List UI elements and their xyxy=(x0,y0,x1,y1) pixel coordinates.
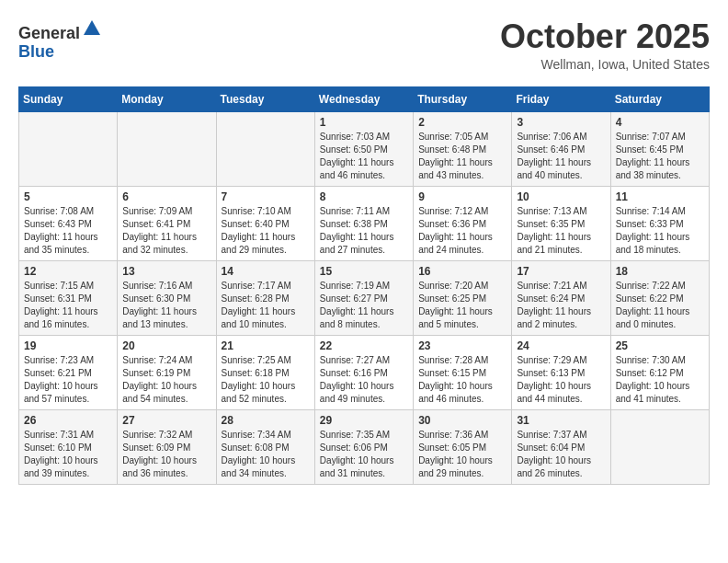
day-number: 12 xyxy=(24,265,112,278)
day-number: 17 xyxy=(517,265,605,278)
calendar-cell: 23Sunrise: 7:28 AM Sunset: 6:15 PM Dayli… xyxy=(414,335,512,409)
day-number: 20 xyxy=(122,339,210,352)
location-text: Wellman, Iowa, United States xyxy=(500,57,710,72)
day-info: Sunrise: 7:36 AM Sunset: 6:05 PM Dayligh… xyxy=(418,429,506,480)
day-info: Sunrise: 7:22 AM Sunset: 6:22 PM Dayligh… xyxy=(616,280,704,331)
calendar-cell: 22Sunrise: 7:27 AM Sunset: 6:16 PM Dayli… xyxy=(314,335,413,409)
day-info: Sunrise: 7:37 AM Sunset: 6:04 PM Dayligh… xyxy=(517,429,605,480)
title-block: October 2025 Wellman, Iowa, United State… xyxy=(500,18,710,72)
day-info: Sunrise: 7:30 AM Sunset: 6:12 PM Dayligh… xyxy=(616,354,704,406)
day-info: Sunrise: 7:19 AM Sunset: 6:27 PM Dayligh… xyxy=(320,280,408,331)
day-number: 23 xyxy=(418,339,506,352)
calendar-cell: 4Sunrise: 7:07 AM Sunset: 6:45 PM Daylig… xyxy=(610,111,709,186)
day-number: 30 xyxy=(418,414,506,427)
calendar-week-5: 26Sunrise: 7:31 AM Sunset: 6:10 PM Dayli… xyxy=(19,409,710,484)
logo-icon xyxy=(82,18,102,39)
day-number: 31 xyxy=(517,414,605,427)
day-info: Sunrise: 7:09 AM Sunset: 6:41 PM Dayligh… xyxy=(122,205,210,257)
day-number: 5 xyxy=(24,190,112,203)
day-number: 9 xyxy=(418,190,506,203)
calendar-cell: 6Sunrise: 7:09 AM Sunset: 6:41 PM Daylig… xyxy=(118,186,216,260)
day-info: Sunrise: 7:11 AM Sunset: 6:38 PM Dayligh… xyxy=(320,205,408,257)
calendar-cell: 16Sunrise: 7:20 AM Sunset: 6:25 PM Dayli… xyxy=(414,260,512,335)
calendar-cell: 18Sunrise: 7:22 AM Sunset: 6:22 PM Dayli… xyxy=(610,260,709,335)
day-number: 16 xyxy=(418,265,506,278)
day-info: Sunrise: 7:12 AM Sunset: 6:36 PM Dayligh… xyxy=(418,205,506,257)
day-number: 27 xyxy=(122,414,210,427)
day-number: 7 xyxy=(222,190,310,203)
weekday-header-saturday: Saturday xyxy=(610,86,709,111)
calendar-cell: 9Sunrise: 7:12 AM Sunset: 6:36 PM Daylig… xyxy=(414,186,512,260)
logo-blue-text: Blue xyxy=(18,42,54,61)
month-title: October 2025 xyxy=(500,18,710,55)
day-number: 14 xyxy=(222,265,310,278)
calendar-cell: 27Sunrise: 7:32 AM Sunset: 6:09 PM Dayli… xyxy=(118,409,216,484)
day-info: Sunrise: 7:14 AM Sunset: 6:33 PM Dayligh… xyxy=(616,205,704,257)
day-number: 3 xyxy=(517,116,605,129)
day-info: Sunrise: 7:21 AM Sunset: 6:24 PM Dayligh… xyxy=(517,280,605,331)
calendar-week-1: 1Sunrise: 7:03 AM Sunset: 6:50 PM Daylig… xyxy=(19,111,710,186)
day-info: Sunrise: 7:25 AM Sunset: 6:18 PM Dayligh… xyxy=(222,354,310,406)
day-info: Sunrise: 7:27 AM Sunset: 6:16 PM Dayligh… xyxy=(320,354,408,406)
day-number: 1 xyxy=(320,116,408,129)
calendar-cell: 3Sunrise: 7:06 AM Sunset: 6:46 PM Daylig… xyxy=(512,111,610,186)
calendar-cell: 20Sunrise: 7:24 AM Sunset: 6:19 PM Dayli… xyxy=(118,335,216,409)
day-info: Sunrise: 7:03 AM Sunset: 6:50 PM Dayligh… xyxy=(320,131,408,182)
calendar-cell: 15Sunrise: 7:19 AM Sunset: 6:27 PM Dayli… xyxy=(314,260,413,335)
day-info: Sunrise: 7:31 AM Sunset: 6:10 PM Dayligh… xyxy=(24,429,112,480)
calendar-cell: 31Sunrise: 7:37 AM Sunset: 6:04 PM Dayli… xyxy=(512,409,610,484)
page-header: General Blue October 2025 Wellman, Iowa,… xyxy=(18,18,710,72)
logo-general-text: General xyxy=(18,24,80,42)
calendar-header: SundayMondayTuesdayWednesdayThursdayFrid… xyxy=(19,86,710,111)
day-info: Sunrise: 7:06 AM Sunset: 6:46 PM Dayligh… xyxy=(517,131,605,182)
calendar-cell: 19Sunrise: 7:23 AM Sunset: 6:21 PM Dayli… xyxy=(19,335,118,409)
calendar-week-3: 12Sunrise: 7:15 AM Sunset: 6:31 PM Dayli… xyxy=(19,260,710,335)
calendar-week-2: 5Sunrise: 7:08 AM Sunset: 6:43 PM Daylig… xyxy=(19,186,710,260)
calendar-cell: 28Sunrise: 7:34 AM Sunset: 6:08 PM Dayli… xyxy=(216,409,314,484)
day-number: 22 xyxy=(320,339,408,352)
day-number: 25 xyxy=(616,339,704,352)
day-info: Sunrise: 7:07 AM Sunset: 6:45 PM Dayligh… xyxy=(616,131,704,182)
calendar-cell: 5Sunrise: 7:08 AM Sunset: 6:43 PM Daylig… xyxy=(19,186,118,260)
calendar-cell: 13Sunrise: 7:16 AM Sunset: 6:30 PM Dayli… xyxy=(118,260,216,335)
calendar-cell: 30Sunrise: 7:36 AM Sunset: 6:05 PM Dayli… xyxy=(414,409,512,484)
day-number: 29 xyxy=(320,414,408,427)
day-number: 2 xyxy=(418,116,506,129)
calendar-cell: 12Sunrise: 7:15 AM Sunset: 6:31 PM Dayli… xyxy=(19,260,118,335)
calendar-cell: 21Sunrise: 7:25 AM Sunset: 6:18 PM Dayli… xyxy=(216,335,314,409)
day-number: 28 xyxy=(222,414,310,427)
calendar-cell: 7Sunrise: 7:10 AM Sunset: 6:40 PM Daylig… xyxy=(216,186,314,260)
day-number: 18 xyxy=(616,265,704,278)
day-number: 4 xyxy=(616,116,704,129)
day-info: Sunrise: 7:17 AM Sunset: 6:28 PM Dayligh… xyxy=(222,280,310,331)
weekday-header-tuesday: Tuesday xyxy=(216,86,314,111)
weekday-header-monday: Monday xyxy=(118,86,216,111)
calendar-cell: 1Sunrise: 7:03 AM Sunset: 6:50 PM Daylig… xyxy=(314,111,413,186)
day-number: 26 xyxy=(24,414,112,427)
weekday-header-friday: Friday xyxy=(512,86,610,111)
day-info: Sunrise: 7:35 AM Sunset: 6:06 PM Dayligh… xyxy=(320,429,408,480)
day-info: Sunrise: 7:05 AM Sunset: 6:48 PM Dayligh… xyxy=(418,131,506,182)
day-number: 24 xyxy=(517,339,605,352)
weekday-header-wednesday: Wednesday xyxy=(314,86,413,111)
calendar-cell: 8Sunrise: 7:11 AM Sunset: 6:38 PM Daylig… xyxy=(314,186,413,260)
calendar-cell: 25Sunrise: 7:30 AM Sunset: 6:12 PM Dayli… xyxy=(610,335,709,409)
day-number: 6 xyxy=(122,190,210,203)
day-info: Sunrise: 7:20 AM Sunset: 6:25 PM Dayligh… xyxy=(418,280,506,331)
calendar-cell: 24Sunrise: 7:29 AM Sunset: 6:13 PM Dayli… xyxy=(512,335,610,409)
day-info: Sunrise: 7:29 AM Sunset: 6:13 PM Dayligh… xyxy=(517,354,605,406)
calendar-cell: 2Sunrise: 7:05 AM Sunset: 6:48 PM Daylig… xyxy=(414,111,512,186)
day-number: 19 xyxy=(24,339,112,352)
weekday-header-sunday: Sunday xyxy=(19,86,118,111)
day-info: Sunrise: 7:13 AM Sunset: 6:35 PM Dayligh… xyxy=(517,205,605,257)
day-number: 21 xyxy=(222,339,310,352)
calendar-cell: 29Sunrise: 7:35 AM Sunset: 6:06 PM Dayli… xyxy=(314,409,413,484)
day-info: Sunrise: 7:15 AM Sunset: 6:31 PM Dayligh… xyxy=(24,280,112,331)
calendar-cell: 10Sunrise: 7:13 AM Sunset: 6:35 PM Dayli… xyxy=(512,186,610,260)
calendar-cell xyxy=(610,409,709,484)
weekday-header-thursday: Thursday xyxy=(414,86,512,111)
day-info: Sunrise: 7:23 AM Sunset: 6:21 PM Dayligh… xyxy=(24,354,112,406)
logo: General Blue xyxy=(18,18,102,62)
calendar-cell xyxy=(19,111,118,186)
calendar-cell: 17Sunrise: 7:21 AM Sunset: 6:24 PM Dayli… xyxy=(512,260,610,335)
